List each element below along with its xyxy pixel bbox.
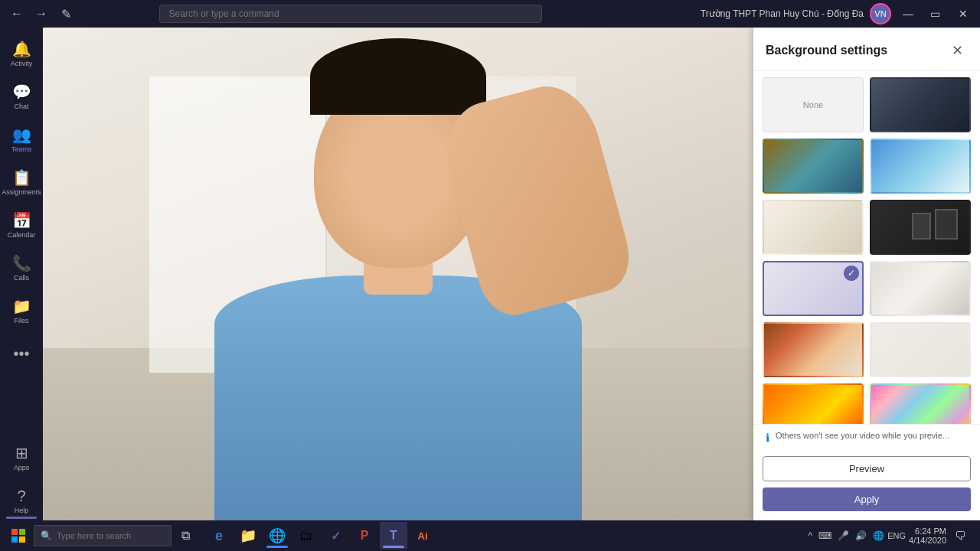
teams-check-icon: ✓ — [331, 529, 341, 543]
ai-icon: Ai — [418, 530, 428, 542]
taskbar-clock[interactable]: 6:24 PM 4/14/2020 — [909, 527, 946, 545]
chevron-up-icon[interactable]: ^ — [808, 530, 813, 541]
video-area — [43, 28, 753, 520]
assignments-icon: 📋 — [12, 168, 31, 187]
forward-button[interactable]: → — [31, 3, 52, 24]
bg-option-8[interactable] — [870, 322, 971, 377]
teams-icon: 👥 — [12, 126, 31, 144]
apply-button[interactable]: Apply — [763, 487, 971, 511]
taskbar-files2[interactable]: 🗂 — [292, 522, 320, 549]
background-settings-panel: Background settings ✕ None ✓ — [753, 28, 980, 520]
compose-button[interactable]: ✎ — [55, 3, 77, 24]
svg-rect-1 — [19, 529, 25, 535]
bg-option-2[interactable] — [870, 139, 971, 194]
close-button[interactable]: ✕ — [952, 3, 974, 24]
bg-panel-info: ℹ Others won't see your video while you … — [753, 424, 980, 450]
taskbar-ai[interactable]: Ai — [409, 522, 436, 549]
task-view-button[interactable]: ⧉ — [172, 522, 199, 549]
titlebar-search[interactable] — [159, 5, 542, 23]
bg-option-none[interactable]: None — [763, 77, 864, 132]
bg-option-1[interactable] — [763, 139, 864, 194]
taskbar-file-explorer[interactable]: 📁 — [234, 522, 262, 549]
restore-button[interactable]: ▭ — [925, 3, 946, 24]
minimize-button[interactable]: — — [897, 3, 919, 24]
taskbar-teams-active[interactable]: T — [380, 522, 407, 549]
taskbar-chrome[interactable]: 🌐 — [263, 522, 291, 549]
bg-option-9[interactable] — [763, 383, 864, 424]
notification-icon: 🗨 — [955, 530, 965, 542]
sidebar-item-files[interactable]: 📁 Files — [3, 291, 40, 331]
help-icon: ? — [17, 487, 25, 505]
titlebar-nav: ← → ✎ — [0, 3, 83, 24]
chrome-icon: 🌐 — [269, 527, 286, 544]
powerpoint-icon: P — [361, 529, 369, 543]
clock-date: 4/14/2020 — [909, 536, 946, 545]
sidebar-item-assignments[interactable]: 📋 Assignments — [3, 162, 40, 202]
info-icon: ℹ — [766, 432, 769, 444]
bg-grid: None ✓ — [753, 71, 980, 424]
file-explorer-icon: 📁 — [240, 527, 256, 544]
org-name: Trường THPT Phan Huy Chú - Đống Đa — [701, 8, 864, 19]
language-indicator[interactable]: ENG — [887, 531, 906, 540]
bg-panel-actions: Preview Apply — [753, 450, 980, 520]
sidebar-item-chat[interactable]: 💬 Chat — [3, 77, 40, 116]
svg-rect-3 — [19, 536, 25, 543]
taskbar-edge[interactable]: e — [205, 522, 233, 549]
back-button[interactable]: ← — [6, 3, 28, 24]
notification-button[interactable]: 🗨 — [949, 522, 971, 549]
microphone-icon[interactable]: 🎤 — [838, 530, 849, 541]
chat-icon: 💬 — [12, 83, 31, 101]
bg-option-10[interactable] — [870, 383, 971, 424]
network-icon[interactable]: 🌐 — [873, 530, 884, 541]
bg-panel-close-button[interactable]: ✕ — [946, 40, 968, 61]
bg-option-4[interactable] — [870, 200, 971, 255]
bg-option-blur[interactable] — [870, 77, 971, 132]
bg-panel-header: Background settings ✕ — [753, 28, 980, 71]
sidebar-item-label: Activity — [11, 60, 33, 67]
sidebar-item-help[interactable]: ? Help — [3, 481, 40, 520]
sidebar-item-more[interactable]: ••• — [3, 334, 40, 373]
search-input[interactable] — [169, 8, 532, 19]
preview-button[interactable]: Preview — [763, 456, 971, 481]
activity-icon: 🔔 — [12, 40, 31, 58]
avatar[interactable]: VN — [870, 3, 891, 24]
taskbar-search-input[interactable] — [57, 531, 165, 540]
sidebar-item-calendar[interactable]: 📅 Calendar — [3, 205, 40, 245]
taskbar-powerpoint[interactable]: P — [351, 522, 378, 549]
sidebar-item-teams[interactable]: 👥 Teams — [3, 119, 40, 159]
sidebar-item-label: Calls — [14, 274, 29, 282]
sidebar-item-calls[interactable]: 📞 Calls — [3, 248, 40, 288]
clock-time: 6:24 PM — [909, 527, 946, 536]
sidebar-item-label: Files — [14, 317, 28, 324]
bg-option-6[interactable] — [870, 261, 971, 316]
system-icons: ^ ⌨ 🎤 🔊 🌐 — [808, 530, 885, 541]
sidebar-item-activity[interactable]: 🔔 Activity — [3, 34, 40, 73]
teams-active-icon: T — [390, 529, 397, 543]
bg-option-7[interactable] — [763, 322, 864, 377]
files-icon: 📁 — [12, 297, 31, 315]
task-view-icon: ⧉ — [181, 529, 190, 543]
video-background — [43, 28, 753, 520]
svg-rect-2 — [11, 536, 18, 543]
edge-icon: e — [215, 528, 223, 544]
files2-icon: 🗂 — [299, 528, 313, 544]
taskbar-teams-check[interactable]: ✓ — [322, 522, 349, 549]
start-button[interactable] — [3, 522, 34, 549]
bg-option-3[interactable] — [763, 200, 864, 255]
bg-panel-title: Background settings — [766, 44, 887, 57]
sidebar-item-label: Assignments — [2, 188, 41, 196]
titlebar: ← → ✎ Trường THPT Phan Huy Chú - Đống Đa… — [0, 0, 980, 28]
windows-icon — [11, 529, 25, 543]
apps-icon: ⊞ — [15, 444, 28, 462]
more-icon: ••• — [13, 345, 29, 363]
calendar-icon: 📅 — [12, 211, 31, 230]
sidebar-item-label: Calendar — [8, 231, 36, 239]
sidebar: 🔔 Activity 💬 Chat 👥 Teams 📋 Assignments … — [0, 28, 43, 520]
sidebar-item-apps[interactable]: ⊞ Apps — [3, 438, 40, 478]
sidebar-item-label: Apps — [14, 464, 30, 471]
volume-icon[interactable]: 🔊 — [855, 530, 867, 541]
keyboard-icon[interactable]: ⌨ — [818, 530, 831, 541]
bg-option-5[interactable]: ✓ — [763, 261, 864, 316]
taskbar-search-icon: 🔍 — [41, 530, 52, 541]
taskbar-search[interactable]: 🔍 — [34, 525, 172, 546]
